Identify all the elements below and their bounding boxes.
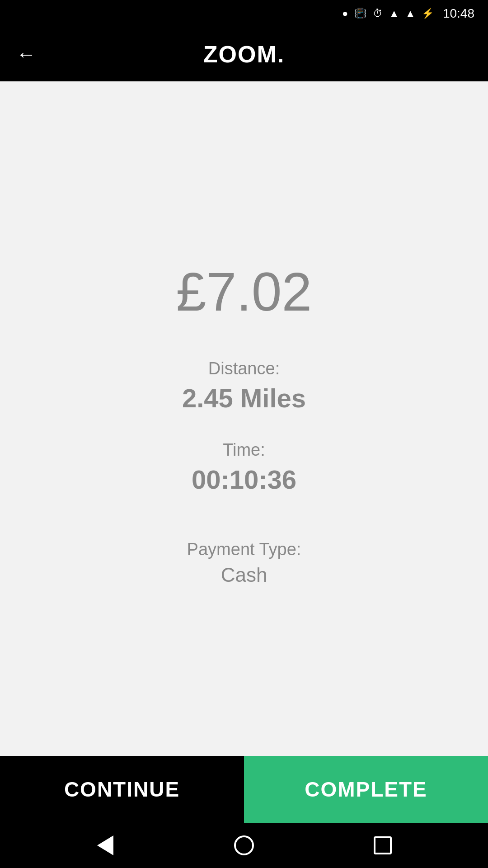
complete-button[interactable]: COMPLETE — [244, 756, 488, 823]
distance-value: 2.45 Miles — [182, 383, 306, 413]
time-value: 00:10:36 — [192, 464, 296, 495]
alarm-icon: ⏱ — [373, 8, 383, 19]
vibrate-icon: 📳 — [354, 8, 366, 19]
nav-bar: ← ZOOM. — [0, 27, 488, 81]
status-time: 10:48 — [443, 6, 474, 21]
back-arrow-icon: ← — [16, 43, 36, 66]
signal-icon: ▲ — [405, 8, 415, 19]
main-content: £7.02 Distance: 2.45 Miles Time: 00:10:3… — [0, 81, 488, 756]
battery-icon: ⚡ — [422, 8, 434, 19]
wifi-icon: ▲ — [389, 8, 399, 19]
button-row: CONTINUE COMPLETE — [0, 756, 488, 823]
back-button[interactable]: ← — [16, 43, 36, 66]
payment-type-label: Payment Type: — [187, 540, 301, 559]
payment-block: Payment Type: Cash — [187, 540, 301, 586]
time-block: Time: 00:10:36 — [192, 440, 296, 495]
home-nav-icon — [234, 835, 254, 855]
recents-nav-icon — [374, 836, 392, 854]
distance-block: Distance: 2.45 Miles — [182, 359, 306, 413]
nav-recents-button[interactable] — [369, 832, 396, 859]
distance-label: Distance: — [208, 359, 280, 378]
back-nav-icon — [97, 835, 113, 855]
location-icon: ● — [342, 8, 348, 19]
app-title: ZOOM. — [203, 41, 285, 68]
fare-amount: £7.02 — [176, 260, 312, 323]
time-label: Time: — [223, 440, 265, 460]
nav-home-button[interactable] — [230, 832, 258, 859]
nav-back-button[interactable] — [92, 832, 119, 859]
continue-button[interactable]: CONTINUE — [0, 756, 244, 823]
bottom-nav — [0, 823, 488, 868]
payment-type-value: Cash — [221, 564, 267, 586]
status-bar: ● 📳 ⏱ ▲ ▲ ⚡ 10:48 — [0, 0, 488, 27]
